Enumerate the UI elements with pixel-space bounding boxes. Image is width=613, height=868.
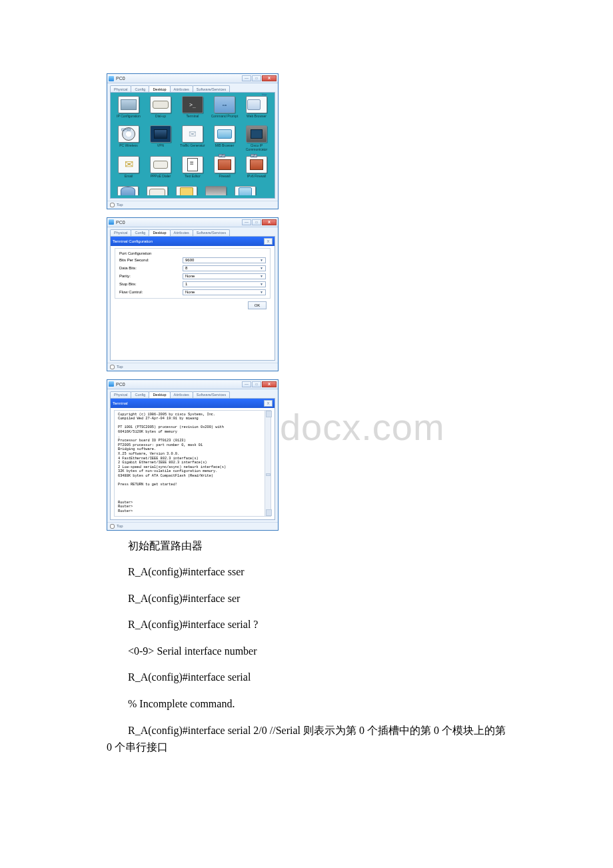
top-checkbox[interactable] — [110, 524, 115, 529]
app-icon-partial-5[interactable] — [235, 186, 256, 195]
app-icon — [109, 76, 114, 81]
text-line-cont: 0 个串行接口 — [107, 740, 506, 755]
dropdown-field[interactable]: 8▼ — [183, 265, 266, 271]
desktop-app[interactable]: PPPoE Dialer — [147, 156, 175, 181]
ico-mib-icon — [214, 125, 235, 143]
tab-config[interactable]: Config — [131, 391, 149, 398]
tab-config[interactable]: Config — [131, 229, 149, 236]
panel-title: Terminal Configuration — [113, 239, 153, 243]
screenshot-terminal-config: PC0 — □ X Physical Config Desktop Attrib… — [107, 217, 506, 371]
app-label: Email — [125, 175, 133, 181]
close-button[interactable]: X — [262, 381, 277, 387]
top-label: Top — [117, 524, 123, 528]
tab-physical[interactable]: Physical — [110, 229, 131, 236]
tab-physical[interactable]: Physical — [110, 85, 131, 92]
dropdown-field[interactable]: 9600▼ — [183, 257, 266, 263]
app-label: PPPoE Dialer — [151, 175, 171, 181]
terminal-config-panel: Terminal Configuration X Port Configurat… — [110, 236, 275, 361]
ico-ipcom-icon — [246, 125, 267, 143]
close-button[interactable]: X — [262, 219, 277, 225]
desktop-app[interactable]: Firewall — [211, 156, 239, 181]
desktop-panel: IP ConfigurationDial-upTerminalCommand P… — [110, 92, 275, 199]
text-line: R_A(config)#interface serial ? — [107, 617, 506, 632]
text-line: % Incomplete command. — [107, 697, 506, 711]
desktop-app[interactable]: Traffic Generator — [179, 125, 207, 152]
app-icon-partial-4[interactable] — [205, 186, 227, 195]
field-value: None — [185, 290, 195, 294]
tab-software-services[interactable]: Software/Services — [193, 391, 230, 398]
top-checkbox[interactable] — [110, 365, 115, 369]
minimize-button[interactable]: — — [242, 219, 251, 225]
minimize-button[interactable]: — — [242, 381, 251, 387]
desktop-app[interactable]: IPv6 Firewall — [243, 156, 271, 181]
app-label: IPv6 Firewall — [247, 175, 267, 181]
tab-attributes[interactable]: Attributes — [170, 391, 193, 398]
ico-fw6-icon — [246, 156, 267, 173]
desktop-app[interactable]: PC Wireless — [115, 125, 143, 152]
dropdown-field[interactable]: None▼ — [183, 273, 266, 279]
tab-attributes[interactable]: Attributes — [170, 85, 193, 92]
maximize-button[interactable]: □ — [252, 381, 261, 387]
close-button[interactable]: X — [262, 75, 277, 81]
section-label: Port Configuration — [119, 251, 266, 255]
minimize-button[interactable]: — — [242, 75, 251, 81]
desktop-app[interactable]: Cisco IP Communicator — [243, 125, 271, 152]
desktop-app[interactable]: VPN — [147, 125, 175, 152]
tab-desktop[interactable]: Desktop — [149, 229, 170, 236]
app-icon-partial-2[interactable] — [147, 186, 168, 195]
desktop-app[interactable]: Dial-up — [147, 96, 175, 121]
terminal-output[interactable]: Copyright (c) 1986-2005 by cisco Systems… — [114, 410, 271, 517]
top-label: Top — [117, 365, 123, 369]
dropdown-field[interactable]: None▼ — [183, 289, 266, 295]
top-checkbox[interactable] — [110, 203, 115, 207]
form-row: Stop Bits:1▼ — [119, 281, 266, 287]
desktop-app[interactable]: IP Configuration — [115, 96, 143, 121]
window-titlebar: PC0 — □ X — [107, 218, 278, 227]
desktop-app[interactable]: Terminal — [179, 96, 207, 121]
field-value: 9600 — [185, 258, 194, 262]
partial-row — [115, 186, 271, 195]
desktop-app[interactable]: Command Prompt — [211, 96, 239, 121]
tab-attributes[interactable]: Attributes — [170, 229, 193, 236]
tab-desktop[interactable]: Desktop — [149, 85, 170, 92]
text-line: R_A(config)#interface sser — [107, 565, 506, 579]
maximize-button[interactable]: □ — [252, 75, 261, 81]
ico-dial-icon — [150, 96, 171, 113]
ico-fw-icon — [214, 156, 235, 173]
tab-software-services[interactable]: Software/Services — [193, 85, 230, 92]
tab-bar: Physical Config Desktop Attributes Softw… — [107, 389, 278, 398]
app-label: Firewall — [219, 175, 230, 181]
ico-ip-icon — [118, 96, 139, 113]
field-value: None — [185, 274, 195, 278]
tab-software-services[interactable]: Software/Services — [193, 229, 230, 236]
ico-pppoe-icon — [150, 156, 171, 173]
app-icon — [109, 381, 114, 387]
desktop-app[interactable]: MIB Browser — [211, 125, 239, 152]
app-label: Traffic Generator — [180, 144, 205, 151]
maximize-button[interactable]: □ — [252, 219, 261, 225]
app-icon-partial-3[interactable] — [176, 186, 197, 195]
ok-button[interactable]: OK — [248, 301, 267, 309]
screenshot-desktop-apps: PC0 — □ X Physical Config Desktop Attrib… — [107, 73, 506, 209]
tab-physical[interactable]: Physical — [110, 391, 131, 398]
terminal-panel: Terminal X Copyright (c) 1986-2005 by ci… — [110, 398, 275, 520]
panel-close-button[interactable]: X — [264, 400, 273, 407]
ico-traf-icon — [182, 125, 203, 143]
desktop-app[interactable]: Email — [115, 156, 143, 181]
app-label: VPN — [157, 144, 164, 151]
ico-web-icon — [246, 96, 267, 113]
app-label: MIB Browser — [215, 144, 235, 151]
panel-close-button[interactable]: X — [264, 238, 273, 245]
chevron-down-icon: ▼ — [260, 282, 263, 286]
desktop-app[interactable]: Text Editor — [179, 156, 207, 181]
desktop-app[interactable]: Web Browser — [243, 96, 271, 121]
app-icon-partial-1[interactable] — [117, 186, 139, 195]
app-icon — [109, 219, 114, 225]
chevron-down-icon: ▼ — [260, 290, 263, 294]
text-line: R_A(config)#interface ser — [107, 591, 506, 606]
dropdown-field[interactable]: 1▼ — [183, 281, 266, 287]
scrollbar[interactable] — [265, 411, 271, 516]
ico-text-icon — [182, 156, 203, 173]
tab-desktop[interactable]: Desktop — [149, 391, 170, 398]
tab-config[interactable]: Config — [131, 85, 149, 92]
